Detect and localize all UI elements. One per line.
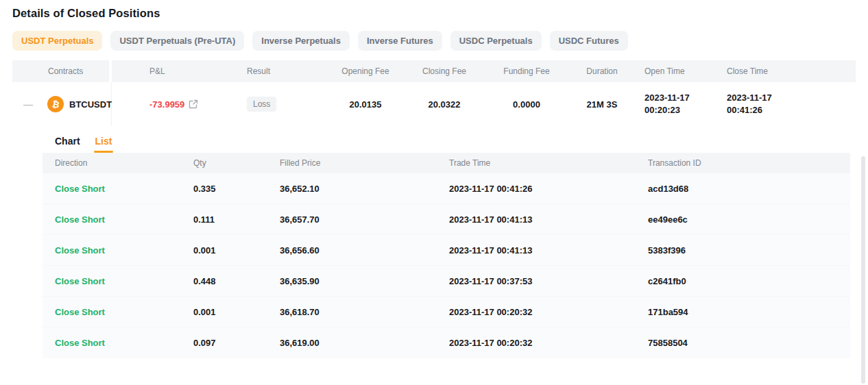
page-title: Details of Closed Positions <box>12 7 856 20</box>
tab-usdc-perpetuals[interactable]: USDC Perpetuals <box>450 31 542 51</box>
vertical-scrollbar[interactable] <box>861 156 865 384</box>
tab-usdt-perpetuals[interactable]: USDT Perpetuals <box>12 31 102 51</box>
tab-usdt-perpetuals-pre-uta[interactable]: USDT Perpetuals (Pre-UTA) <box>110 31 244 51</box>
header-result: Result <box>221 66 328 76</box>
opening-fee-cell: 20.0135 <box>328 99 403 110</box>
transaction-id-cell: acd13d68 <box>648 184 850 194</box>
header-funding-fee: Funding Fee <box>485 66 568 76</box>
open-time-date: 2023-11-17 <box>644 92 725 104</box>
header-direction: Direction <box>55 158 193 168</box>
trade-row: Close Short 0.111 36,657.70 2023-11-17 0… <box>43 204 850 235</box>
trade-row: Close Short 0.001 36,656.60 2023-11-17 0… <box>43 235 850 266</box>
open-time-cell: 2023-11-17 00:20:23 <box>636 92 725 116</box>
tab-usdc-futures[interactable]: USDC Futures <box>550 31 628 51</box>
close-time-clock: 00:41:26 <box>727 104 856 116</box>
duration-cell: 21M 3S <box>568 99 636 110</box>
contracts-cell: — ₿ BTCUSDT <box>12 82 112 126</box>
filled-price-cell: 36,652.10 <box>280 184 449 194</box>
filled-price-cell: 36,657.70 <box>280 214 449 225</box>
transaction-id-cell: 75858504 <box>648 338 850 348</box>
header-duration: Duration <box>568 66 636 76</box>
trade-time-cell: 2023-11-17 00:20:32 <box>449 338 648 348</box>
pnl-cell: -73.9959 <box>112 99 221 110</box>
tab-inverse-futures[interactable]: Inverse Futures <box>358 31 442 51</box>
filled-price-cell: 36,656.60 <box>280 245 449 256</box>
closed-positions-page: Details of Closed Positions USDT Perpetu… <box>0 0 868 385</box>
result-cell: Loss <box>221 97 328 112</box>
trade-time-cell: 2023-11-17 00:41:26 <box>449 184 648 194</box>
direction-cell: Close Short <box>55 184 193 194</box>
qty-cell: 0.097 <box>193 338 280 348</box>
header-closing-fee: Closing Fee <box>403 66 485 76</box>
filled-price-cell: 36,635.90 <box>280 276 449 286</box>
close-time-date: 2023-11-17 <box>727 92 856 104</box>
direction-cell: Close Short <box>55 245 193 256</box>
trade-time-cell: 2023-11-17 00:20:32 <box>449 307 648 317</box>
transaction-id-cell: c2641fb0 <box>648 276 850 286</box>
qty-cell: 0.335 <box>193 184 280 194</box>
header-contracts: Contracts <box>12 60 112 82</box>
trade-row: Close Short 0.335 36,652.10 2023-11-17 0… <box>43 173 850 204</box>
trade-row: Close Short 0.001 36,618.70 2023-11-17 0… <box>43 297 850 327</box>
header-qty: Qty <box>193 158 280 168</box>
direction-cell: Close Short <box>55 307 193 317</box>
detail-view-tabs: Chart List <box>55 136 856 153</box>
qty-cell: 0.001 <box>193 245 280 256</box>
contract-name: BTCUSDT <box>69 99 112 110</box>
transaction-id-cell: ee49ee6c <box>648 214 850 225</box>
qty-cell: 0.001 <box>193 307 280 317</box>
result-badge: Loss <box>247 97 276 112</box>
direction-cell: Close Short <box>55 214 193 225</box>
collapse-row-icon[interactable]: — <box>23 99 32 110</box>
filled-price-cell: 36,619.00 <box>280 338 449 348</box>
header-pnl: P&L <box>112 66 221 76</box>
header-close-time: Close Time <box>725 66 856 76</box>
direction-cell: Close Short <box>55 276 193 286</box>
trades-table-header: Direction Qty Filled Price Trade Time Tr… <box>43 153 850 173</box>
header-opening-fee: Opening Fee <box>328 66 403 76</box>
tab-list[interactable]: List <box>95 136 112 153</box>
position-row-btcusdt: — ₿ BTCUSDT -73.9959 Loss 20.0135 20.032… <box>12 82 856 126</box>
filled-price-cell: 36,618.70 <box>280 307 449 317</box>
positions-table: Contracts P&L Result Opening Fee Closing… <box>12 60 856 126</box>
trade-time-cell: 2023-11-17 00:37:53 <box>449 276 648 286</box>
close-time-cell: 2023-11-17 00:41:26 <box>725 92 856 116</box>
contract-type-tabs: USDT Perpetuals USDT Perpetuals (Pre-UTA… <box>12 31 856 51</box>
qty-cell: 0.448 <box>193 276 280 286</box>
tab-inverse-perpetuals[interactable]: Inverse Perpetuals <box>252 31 350 51</box>
header-transaction-id: Transaction ID <box>648 158 850 168</box>
transaction-id-cell: 171ba594 <box>648 307 850 317</box>
header-filled-price: Filled Price <box>280 158 449 168</box>
pnl-value: -73.9959 <box>149 99 184 110</box>
trade-row: Close Short 0.097 36,619.00 2023-11-17 0… <box>43 327 850 358</box>
funding-fee-cell: 0.0000 <box>485 99 568 110</box>
btc-icon: ₿ <box>47 96 64 112</box>
trade-row: Close Short 0.448 36,635.90 2023-11-17 0… <box>43 266 850 297</box>
positions-table-header: Contracts P&L Result Opening Fee Closing… <box>12 60 856 82</box>
qty-cell: 0.111 <box>193 214 280 225</box>
trade-time-cell: 2023-11-17 00:41:13 <box>449 245 648 256</box>
transaction-id-cell: 5383f396 <box>648 245 850 256</box>
closing-fee-cell: 20.0322 <box>403 99 485 110</box>
header-open-time: Open Time <box>636 66 725 76</box>
header-trade-time: Trade Time <box>449 158 648 168</box>
trade-time-cell: 2023-11-17 00:41:13 <box>449 214 648 225</box>
trades-table: Direction Qty Filled Price Trade Time Tr… <box>43 153 850 358</box>
direction-cell: Close Short <box>55 338 193 348</box>
tab-chart[interactable]: Chart <box>55 136 80 153</box>
open-time-clock: 00:20:23 <box>644 104 725 116</box>
share-pnl-icon[interactable] <box>189 99 198 109</box>
